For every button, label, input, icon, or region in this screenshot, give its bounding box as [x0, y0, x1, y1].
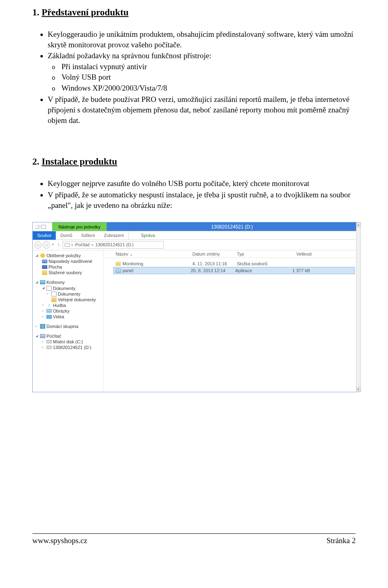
scroll-down-icon[interactable]: ▾ — [356, 387, 361, 392]
crumb-computer[interactable]: Počítač — [75, 242, 90, 247]
nav-label: Plocha — [48, 264, 62, 269]
nav-up-button[interactable]: ↑ — [56, 242, 61, 247]
nav-label: Oblíbené položky — [46, 253, 81, 258]
caret-down-icon: ◢ — [36, 254, 39, 258]
s1-b3: V případě, že budete používat PRO verzi,… — [48, 94, 356, 126]
file-name: panel — [122, 268, 133, 273]
col-name[interactable]: Název ▴ — [116, 252, 192, 256]
s1-b2c: Windows XP/2000/2003/Vista/7/8 — [61, 83, 356, 94]
folder-icon — [116, 262, 121, 266]
caret-right-icon: ▹ — [42, 340, 45, 344]
drive-icon — [46, 346, 52, 349]
nav-label: Knihovny — [46, 280, 65, 285]
nav-label: Dokumenty — [58, 292, 80, 296]
scroll-up-icon[interactable]: ▴ — [356, 222, 361, 227]
nav-pictures[interactable]: ▹ Obrázky — [34, 308, 103, 314]
nav-forward-button[interactable]: → — [43, 241, 50, 249]
folder-icon — [51, 297, 57, 302]
nav-documents-sub[interactable]: ▹ Dokumenty — [34, 291, 103, 297]
contextual-tab-label: Nástroje pro jednotky — [52, 222, 107, 231]
nav-local-c[interactable]: ▹ Místní disk (C:) — [34, 339, 103, 345]
caret-right-icon: ▹ — [47, 292, 50, 296]
col-size[interactable]: Velikost — [283, 252, 316, 256]
footer-separator — [32, 533, 356, 534]
caret-right-icon: ▹ — [42, 346, 45, 349]
nav-homegroup[interactable]: ▹ Domácí skupina — [34, 324, 103, 329]
vertical-scrollbar[interactable]: ▴ ▾ — [356, 222, 361, 392]
file-size: 1 377 kB — [282, 268, 314, 273]
drive-icon — [65, 243, 70, 247]
nav-documents[interactable]: ◢ Dokumenty — [34, 286, 103, 291]
file-row-monitoring[interactable]: Monitoring 4. 11. 2013 11:16 Složka soub… — [108, 260, 357, 267]
file-type: Aplikace — [235, 268, 282, 273]
file-type: Složka souborů — [237, 261, 283, 266]
nav-tree: ◢ Oblíbené položky Naposledy navštívené … — [33, 250, 103, 392]
section2-list: Keylogger nejprve zasuňte do volného USB… — [32, 178, 356, 211]
page-footer: www.spyshops.cz Stránka 2 — [32, 536, 356, 545]
crumb-drive[interactable]: 130820124521 (D:) — [95, 242, 134, 247]
caret-right-icon: ▹ — [42, 309, 45, 313]
s1-b2b: Volný USB port — [61, 72, 356, 83]
nav-computer[interactable]: ◢ Počítač — [34, 333, 103, 339]
file-row-panel[interactable]: panel 20. 8. 2013 12:14 Aplikace 1 377 k… — [113, 267, 355, 274]
section1-list: Keyloggeraudio je unikátním produktem, o… — [32, 29, 356, 126]
pictures-icon — [46, 309, 52, 313]
caret-down-icon: ◢ — [36, 281, 39, 284]
tab-soubor[interactable]: Soubor — [33, 231, 56, 240]
caret-down-icon: ◢ — [42, 286, 45, 290]
nav-recent[interactable]: Naposledy navštívené — [34, 258, 103, 264]
tab-sprava[interactable]: Správa — [129, 231, 160, 240]
column-headers: Název ▴ Datum změny Typ Velikost — [103, 250, 357, 258]
downloads-icon — [42, 270, 47, 275]
nav-label: Počítač — [46, 334, 61, 338]
nav-music[interactable]: ▹ ♪ Hudba — [34, 302, 103, 308]
footer-page: Stránka 2 — [327, 536, 356, 545]
file-date: 4. 11. 2013 11:16 — [192, 261, 237, 266]
window-menu-icon[interactable] — [35, 225, 39, 229]
chevron-right-icon: ▸ — [92, 243, 94, 247]
computer-icon — [40, 334, 45, 338]
hdd-icon — [46, 340, 52, 343]
section2-title: Instalace produktu — [42, 157, 117, 167]
tab-domu[interactable]: Domů — [56, 231, 76, 240]
explorer-screenshot: Nástroje pro jednotky 130820124521 (D:) … — [32, 222, 356, 392]
nav-label: 130820124521 (D:) — [53, 345, 91, 350]
chevron-right-icon: ▸ — [72, 243, 74, 247]
ribbon-tabs: Soubor Domů Sdílení Zobrazení Správa — [33, 231, 357, 240]
application-icon — [116, 269, 121, 273]
tab-sdileni[interactable]: Sdílení — [77, 231, 99, 240]
nav-back-button[interactable]: ← — [34, 241, 42, 249]
nav-label: Naposledy navštívené — [48, 259, 92, 264]
nav-label: Hudba — [53, 303, 66, 308]
nav-favorites[interactable]: ◢ Oblíbené položky — [34, 253, 103, 258]
s1-b2a: Při instalaci vypnutý antivir — [61, 61, 356, 72]
s1-b2: Základní požadavky na správnou funkčnost… — [48, 51, 356, 93]
nav-videos[interactable]: ▹ Videa — [34, 314, 103, 319]
nav-history-chevron-icon[interactable]: ▾ — [51, 243, 55, 247]
col-name-label: Název — [116, 252, 128, 256]
nav-drive-d[interactable]: ▹ 130820124521 (D:) — [34, 345, 103, 350]
file-list: Název ▴ Datum změny Typ Velikost Monitor… — [103, 250, 357, 392]
nav-desktop[interactable]: Plocha — [34, 264, 103, 270]
recent-icon — [42, 260, 47, 263]
col-date[interactable]: Datum změny — [192, 252, 237, 256]
nav-downloads[interactable]: Stažené soubory — [34, 270, 103, 275]
nav-libraries[interactable]: ◢ Knihovny — [34, 279, 103, 285]
explorer-titlebar: Nástroje pro jednotky 130820124521 (D:) — [33, 222, 357, 231]
documents-icon — [51, 292, 57, 296]
star-icon — [40, 253, 45, 258]
col-type[interactable]: Typ — [237, 252, 283, 256]
nav-label: Domácí skupina — [46, 324, 78, 329]
nav-public-docs[interactable]: ▹ Veřejné dokumenty — [34, 297, 103, 302]
breadcrumb[interactable]: ▸ Počítač ▸ 130820124521 (D:) — [63, 241, 164, 249]
nav-label: Obrázky — [53, 309, 70, 313]
section1-num: 1. — [32, 7, 39, 17]
nav-label: Stažené soubory — [48, 270, 82, 275]
drive-icon — [41, 225, 46, 228]
desktop-icon — [42, 265, 47, 269]
s2-b2: V případě, že se automaticky nespustí in… — [48, 190, 356, 211]
tab-zobrazeni[interactable]: Zobrazení — [99, 231, 129, 240]
nav-label: Dokumenty — [53, 286, 76, 291]
section1-title: Představení produktu — [42, 7, 129, 17]
caret-down-icon: ◢ — [36, 334, 39, 338]
